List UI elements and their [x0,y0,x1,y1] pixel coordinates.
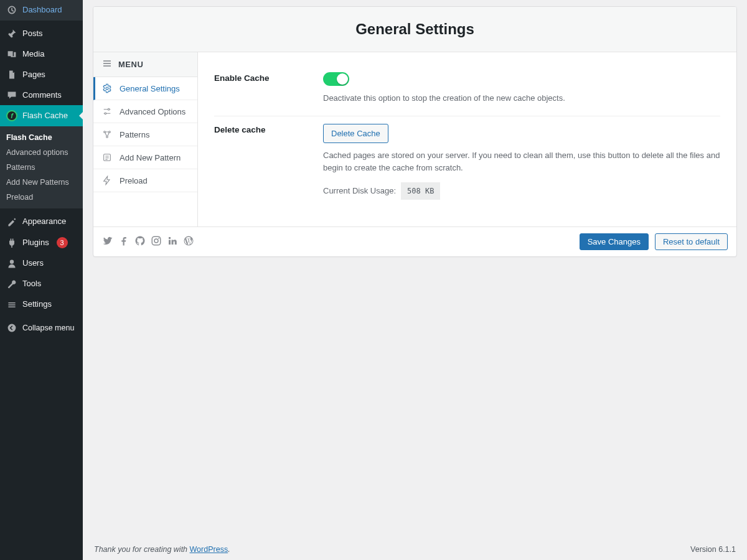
plugins-icon [6,238,17,248]
delete-cache-hint: Cached pages are stored on your server. … [323,149,720,174]
social-links [102,235,194,248]
sidebar-label: Media [22,49,44,60]
tools-icon [6,279,17,289]
sidebar-label: Users [22,258,44,269]
enable-cache-label: Enable Cache [214,72,311,105]
enable-cache-toggle[interactable] [323,72,349,86]
svg-point-0 [8,324,16,332]
wp-version: Version 6.1.1 [690,545,736,554]
save-button[interactable]: Save Changes [580,233,649,250]
sidebar-label: Dashboard [22,5,62,16]
setting-delete-cache: Delete cache Delete Cache Cached pages a… [214,116,720,212]
side-item-general-settings[interactable]: General Settings [93,77,197,100]
disk-usage-label: Current Disk Usage: [323,185,396,197]
pin-icon [6,29,17,39]
side-item-label: Preload [120,176,148,185]
svg-point-3 [105,113,106,114]
svg-point-9 [154,239,158,243]
settings-pane: Enable Cache Deactivate this option to s… [198,52,736,226]
enable-cache-hint: Deactivate this option to stop the creat… [323,92,720,105]
settings-panel: General Settings MENU General Settings A… [93,6,737,257]
appearance-icon [6,217,17,227]
submenu-item-patterns[interactable]: Patterns [0,160,83,175]
flash-cache-icon: f [6,110,17,121]
side-nav-heading: MENU [93,52,197,77]
delete-cache-button[interactable]: Delete Cache [323,124,388,144]
sidebar-item-flash-cache[interactable]: f Flash Cache [0,105,83,126]
submenu-item-add-new-patterns[interactable]: Add New Patterns [0,175,83,190]
settings-icon [6,300,17,310]
dashboard-icon [6,5,17,15]
svg-point-1 [106,87,108,90]
side-item-label: General Settings [120,84,180,93]
sidebar-item-settings[interactable]: Settings [0,294,83,315]
sliders-icon [102,106,113,116]
sidebar-label: Flash Cache [22,111,68,121]
submenu-item-preload[interactable]: Preload [0,190,83,205]
sidebar-item-dashboard[interactable]: Dashboard [0,0,83,21]
wordpress-link[interactable]: WordPress [190,545,228,554]
svg-point-10 [158,238,159,239]
disk-usage-value: 508 KB [401,182,440,200]
setting-enable-cache: Enable Cache Deactivate this option to s… [214,65,720,116]
comments-icon [6,90,17,100]
instagram-icon[interactable] [151,235,162,248]
sidebar-item-media[interactable]: Media [0,44,83,65]
svg-point-2 [108,108,110,110]
svg-point-6 [106,136,108,138]
patterns-icon [102,129,113,139]
panel-footer: Save Changes Reset to default [93,226,736,256]
plugins-badge: 3 [57,237,68,248]
side-item-add-new-pattern[interactable]: Add New Pattern [93,146,197,169]
add-pattern-icon [102,152,113,162]
side-item-label: Add New Pattern [120,153,181,162]
sidebar-item-tools[interactable]: Tools [0,274,83,294]
sidebar-label: Settings [22,299,52,310]
pages-icon [6,70,17,80]
submenu-item-flash-cache[interactable]: Flash Cache [0,130,83,145]
users-icon [6,259,17,269]
wordpress-icon[interactable] [183,235,194,248]
sidebar-item-users[interactable]: Users [0,253,83,274]
admin-sidebar: Dashboard Posts Media Pages Comments f F… [0,0,83,560]
sidebar-label: Posts [22,29,43,39]
collapse-icon [6,323,17,333]
gear-icon [102,83,113,93]
panel-header: General Settings [93,7,736,52]
flash-cache-submenu: Flash Cache Advanced options Patterns Ad… [0,126,83,208]
wp-footer-thanks: Thank you for creating with WordPress. [94,545,230,554]
side-nav-heading-label: MENU [118,60,143,69]
side-item-label: Patterns [120,130,149,139]
submenu-item-advanced-options[interactable]: Advanced options [0,145,83,160]
facebook-icon[interactable] [118,235,129,248]
sidebar-label: Pages [22,70,45,80]
preload-icon [102,175,113,185]
reset-button[interactable]: Reset to default [655,233,728,250]
collapse-label: Collapse menu [22,323,74,333]
side-item-advanced-options[interactable]: Advanced Options [93,100,197,123]
sidebar-label: Comments [22,90,62,101]
sidebar-item-appearance[interactable]: Appearance [0,212,83,232]
media-icon [6,49,17,59]
sidebar-label: Tools [22,279,41,289]
side-item-patterns[interactable]: Patterns [93,123,197,146]
twitter-icon[interactable] [102,235,113,248]
delete-cache-label: Delete cache [214,124,311,200]
menu-icon [102,58,112,70]
sidebar-label: Plugins [22,238,49,248]
collapse-menu[interactable]: Collapse menu [0,318,83,338]
panel-side-nav: MENU General Settings Advanced Options P… [93,52,198,226]
sidebar-item-posts[interactable]: Posts [0,24,83,44]
content-area: General Settings MENU General Settings A… [83,0,747,560]
side-item-preload[interactable]: Preload [93,169,197,192]
sidebar-item-pages[interactable]: Pages [0,65,83,85]
github-icon[interactable] [134,235,146,248]
linkedin-icon[interactable] [167,235,178,248]
page-title: General Settings [100,21,730,38]
side-item-label: Advanced Options [120,107,186,116]
sidebar-label: Appearance [22,217,66,227]
sidebar-item-comments[interactable]: Comments [0,85,83,106]
wp-footer: Thank you for creating with WordPress. V… [93,536,737,560]
sidebar-item-plugins[interactable]: Plugins 3 [0,232,83,253]
